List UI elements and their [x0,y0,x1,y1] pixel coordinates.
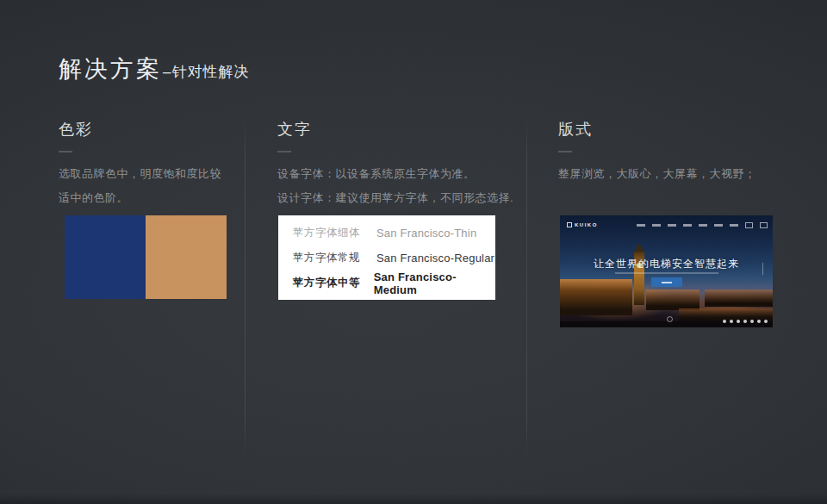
buildings-silhouette [560,279,632,315]
heading-underline [59,151,72,152]
nav-item [730,224,738,227]
color-swatches [65,215,227,299]
body-line: 设计字体：建议使用苹方字体，不同形态选择. [277,191,513,204]
body-line: 设备字体：以设备系统原生字体为准。 [277,167,476,180]
body-line: 选取品牌色中，明度饱和度比较 [59,167,221,180]
section-color: 色彩 选取品牌色中，明度饱和度比较适中的色阶。 [59,119,244,210]
buildings-silhouette [646,289,700,310]
swatch-brand-blue [65,215,146,299]
preview-headline: 让全世界的电梯安全智慧起来 [560,257,773,271]
nav-item [714,224,723,227]
section-typography-body: 设备字体：以设备系统原生字体为准。设计字体：建议使用苹方字体，不同形态选择. [277,162,520,210]
font-name-cn: 苹方字体细体 [293,226,376,240]
preview-cta-button [651,277,682,287]
preview-nav-menu [637,222,768,228]
website-logo: KUIKO [575,222,598,227]
font-specimen-row-medium: 苹方字体中等 San Francisco-Medium [293,271,495,296]
heading-underline [277,151,291,152]
search-icon [745,222,753,228]
font-specimen-card: 苹方字体细体 San Francisco-Thin 苹方字体常规 San Fra… [278,215,495,300]
language-icon [760,222,768,228]
preview-subtext-line [615,272,718,274]
section-color-body: 选取品牌色中，明度饱和度比较适中的色阶。 [59,162,244,210]
social-icon [750,320,754,323]
font-specimen-row-thin: 苹方字体细体 San Francisco-Thin [293,221,495,246]
logo-icon [567,222,572,227]
nav-item [637,224,645,227]
section-layout-body: 整屏浏览，大版心，大屏幕，大视野； [558,162,784,186]
body-line: 适中的色阶。 [59,191,128,204]
font-name-en: San Francisco-Regular [376,252,494,264]
column-divider [245,117,246,458]
section-layout: 版式 整屏浏览，大版心，大屏幕，大视野； [558,119,784,186]
button-label-placeholder [662,282,672,283]
section-layout-heading: 版式 [558,119,784,140]
font-name-en: San Francisco-Medium [374,271,495,296]
section-typography: 文字 设备字体：以设备系统原生字体为准。设计字体：建议使用苹方字体，不同形态选择… [277,119,520,210]
page-title: 解决方案 [59,53,162,84]
font-specimen-row-regular: 苹方字体常规 San Francisco-Regular [293,246,495,271]
swatch-brand-orange [146,215,227,299]
social-icon [764,320,768,323]
social-icon [737,320,740,323]
scroll-indicator-icon [667,316,673,322]
social-icon [723,320,726,323]
section-color-heading: 色彩 [59,119,244,140]
font-name-en: San Francisco-Thin [376,227,476,240]
nav-item [652,224,661,227]
preview-navbar: KUIKO [567,220,768,230]
social-icons-row [723,320,768,323]
body-line: 整屏浏览，大版心，大屏幕，大视野； [558,167,756,180]
heading-underline [558,151,572,152]
section-typography-heading: 文字 [277,119,520,140]
font-name-cn: 苹方字体常规 [293,251,376,265]
bottom-shadow-strip [0,494,827,504]
page-indicator [762,263,763,275]
nav-item [668,224,676,227]
slide-title-row: 解决方案 –针对性解决 [59,53,249,84]
presentation-slide: 解决方案 –针对性解决 色彩 选取品牌色中，明度饱和度比较适中的色阶。 文字 设… [0,0,827,504]
website-preview-image: KUIKO 让全世界的电梯安全智慧起来 [560,215,773,327]
nav-item [699,224,707,227]
column-divider [526,117,527,458]
page-subtitle: –针对性解决 [163,62,249,82]
social-icon [730,320,733,323]
font-name-cn: 苹方字体中等 [293,276,374,290]
social-icon [743,320,747,323]
nav-item [683,224,692,227]
social-icon [757,320,761,323]
buildings-silhouette [705,289,773,307]
